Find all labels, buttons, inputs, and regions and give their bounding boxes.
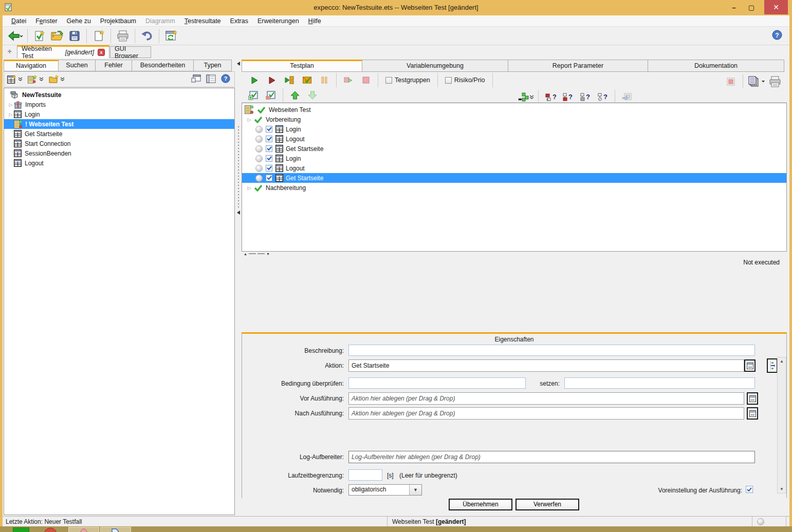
testplan-step-row[interactable]: Logout — [242, 163, 786, 173]
tree-item-logout[interactable]: Logout — [4, 158, 234, 168]
checkbox-icon[interactable] — [385, 77, 392, 84]
goto-action-button[interactable] — [767, 358, 778, 373]
tab-variablenumgebung[interactable]: Variablenumgebung — [362, 60, 508, 72]
testgruppen-checkbox[interactable]: Testgruppen — [385, 77, 430, 84]
testplan-step-row[interactable]: Login — [242, 124, 786, 134]
split-view-icon[interactable] — [206, 74, 216, 83]
tree-item-imports[interactable]: ▷ Imports — [4, 100, 234, 109]
setzen-input[interactable] — [564, 377, 755, 389]
discard-button[interactable]: Verwerfen — [515, 499, 579, 510]
expander-icon[interactable]: ▷ — [246, 185, 252, 191]
tree-item-newtestsuite[interactable]: NewTestsuite — [4, 90, 234, 100]
testplan-step-row[interactable]: Logout — [242, 134, 786, 144]
expander-icon[interactable]: ▷ — [246, 117, 252, 122]
taskbar-tab-1[interactable] — [68, 527, 99, 532]
tab-testplan[interactable]: Testplan — [242, 60, 362, 72]
beschreibung-input[interactable] — [348, 345, 755, 356]
expander-icon[interactable]: ▷ — [8, 112, 14, 117]
tab-navigation[interactable]: Navigation — [4, 60, 59, 71]
aktion-browse-button[interactable] — [744, 359, 756, 372]
bedingung-input[interactable] — [348, 377, 526, 389]
run-report-icon[interactable] — [299, 72, 315, 88]
tab-fehler[interactable]: Fehler — [96, 60, 132, 71]
new-document-icon[interactable] — [91, 28, 106, 44]
tab-report-parameter[interactable]: Report Parameter — [508, 60, 648, 72]
run-all-icon[interactable] — [247, 72, 262, 88]
report-pages-icon[interactable] — [747, 74, 765, 89]
new-folder-button[interactable] — [49, 75, 65, 84]
enabled-checkbox[interactable] — [266, 165, 272, 172]
properties-scrollbar[interactable]: ▲ ▼ — [777, 357, 786, 493]
run-selected-icon[interactable] — [282, 72, 297, 88]
tree-item-start-connection[interactable]: Start Connection — [4, 139, 234, 148]
tab-dokumentation[interactable]: Dokumentation — [648, 60, 784, 72]
scroll-down-icon[interactable]: ▼ — [779, 487, 785, 491]
aktion-field[interactable]: Get Startseite — [348, 359, 744, 372]
result-splitter[interactable]: ▲ ▼ — [242, 252, 787, 256]
scroll-up-icon[interactable]: ▲ — [779, 359, 785, 364]
run-failed-icon[interactable] — [264, 72, 280, 88]
tab-suchen[interactable]: Suchen — [59, 60, 96, 71]
print-icon[interactable] — [115, 28, 131, 44]
help-icon[interactable]: ? — [221, 74, 230, 83]
checkbox-icon[interactable] — [445, 77, 452, 84]
testplan-step-row-selected[interactable]: Get Startseite — [242, 173, 786, 183]
maximize-button[interactable]: ▢ — [743, 0, 760, 14]
save-icon[interactable] — [67, 28, 82, 44]
collapse-left-icon[interactable] — [237, 211, 240, 215]
enabled-checkbox[interactable] — [266, 175, 272, 181]
enabled-checkbox[interactable] — [266, 126, 272, 132]
testplan-root-row[interactable]: Webseiten Test — [242, 105, 786, 115]
verify-icon[interactable] — [32, 28, 47, 44]
apply-button[interactable]: Übernehmen — [449, 499, 512, 510]
menu-projektbaum[interactable]: Projektbaum — [96, 16, 141, 26]
tree-item-sessionbeenden[interactable]: SessionBeenden — [4, 148, 234, 158]
tree-item-login[interactable]: ▷ Login — [4, 109, 234, 119]
tab-gui-browser[interactable]: GUI Browser — [110, 46, 151, 58]
tab-close-icon[interactable]: x — [98, 49, 105, 56]
tab-besonderheiten[interactable]: Besonderheiten — [132, 60, 194, 71]
menu-testresultate[interactable]: Testresultate — [180, 16, 226, 26]
close-button[interactable]: ✕ — [764, 0, 788, 14]
taskbar-red-icon[interactable] — [44, 527, 58, 532]
testplan-group-row[interactable]: ▷ Nachbereitung — [242, 183, 786, 193]
tree-item-get-startseite[interactable]: Get Startseite — [4, 129, 234, 139]
testplan-step-row[interactable]: Get Startseite — [242, 144, 786, 154]
undo-icon[interactable] — [139, 28, 155, 44]
collapse-left-icon[interactable] — [237, 62, 240, 66]
print-report-icon[interactable] — [767, 74, 783, 89]
testplan-step-row[interactable]: Login — [242, 154, 786, 163]
reload-browser-icon[interactable] — [163, 28, 179, 44]
vor-ausfuehrung-dropzone[interactable]: Aktion hier ablegen (per Drag & Drop) — [348, 392, 744, 405]
menu-extras[interactable]: Extras — [226, 16, 253, 26]
nach-ausfuehrung-dropzone[interactable]: Aktion hier ablegen (per Drag & Drop) — [348, 407, 744, 420]
move-up-icon[interactable] — [287, 88, 303, 103]
tab-typen[interactable]: Typen — [194, 60, 232, 71]
enabled-checkbox[interactable] — [266, 145, 272, 152]
help-icon[interactable]: ? — [772, 30, 782, 40]
enabled-checkbox[interactable] — [266, 136, 272, 142]
menu-gehe-zu[interactable]: Gehe zu — [62, 16, 96, 26]
testplan-group-row[interactable]: ▷ Vorbereitung — [242, 115, 786, 124]
log-aufbereiter-dropzone[interactable]: Log-Aufbereiter hier ablegen (per Drag &… — [348, 451, 755, 463]
open-file-icon[interactable] — [49, 28, 65, 44]
nach-browse-button[interactable] — [747, 407, 758, 420]
detach-view-icon[interactable] — [191, 74, 201, 83]
menu-erweiterungen[interactable]: Erweiterungen — [253, 16, 304, 26]
add-item-icon[interactable] — [246, 88, 261, 103]
menu-hilfe[interactable]: Hilfe — [304, 16, 326, 26]
laufzeitbegrenzung-input[interactable] — [348, 469, 382, 481]
tree-item-webseiten-test-selected[interactable]: ! Webseiten Test — [4, 119, 234, 129]
taskbar-green-icon[interactable] — [13, 527, 29, 532]
vor-browse-button[interactable] — [747, 392, 758, 405]
menu-fenster[interactable]: Fenster — [31, 16, 62, 26]
voreinstellung-checkbox[interactable] — [746, 486, 753, 493]
new-testplan-button[interactable] — [28, 75, 44, 84]
add-tab-icon[interactable]: + — [6, 48, 13, 55]
risiko-prio-checkbox[interactable]: Risiko/Prio — [445, 77, 485, 84]
taskbar-tab-2[interactable] — [100, 527, 131, 532]
panel-splitter[interactable] — [235, 59, 242, 515]
notwendig-dropdown[interactable]: obligatorisch ▼ — [348, 484, 422, 496]
minimize-button[interactable]: – — [725, 0, 743, 14]
new-testcase-button[interactable] — [7, 75, 23, 84]
